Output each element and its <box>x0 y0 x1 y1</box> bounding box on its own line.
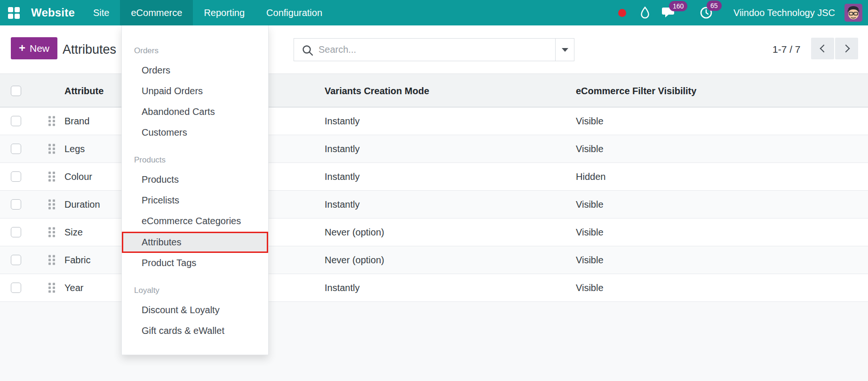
menu-section-loyalty: LoyaltyDiscount & LoyaltyGift cards & eW… <box>122 280 268 341</box>
menu-item-customers[interactable]: Customers <box>122 122 268 143</box>
ecommerce-filter-visibility-cell: Visible <box>576 191 604 219</box>
nav-menu-ecommerce[interactable]: eCommerce <box>120 0 193 25</box>
attribute-name-cell: Duration <box>64 191 100 219</box>
new-button-label: New <box>30 43 49 54</box>
systray: 160 65 Viindoo Technology JSC <box>618 4 868 22</box>
column-header-ecommerce-filter-visibility[interactable]: eCommerce Filter Visibility <box>576 74 696 108</box>
attribute-name-cell: Size <box>64 219 83 246</box>
attribute-name-cell: Brand <box>64 107 89 135</box>
search-icon <box>302 44 314 57</box>
menu-section-orders: OrdersOrdersUnpaid OrdersAbandoned Carts… <box>122 41 268 143</box>
menu-item-ecommerce-categories[interactable]: eCommerce Categories <box>122 211 268 232</box>
menu-section-title: Loyalty <box>122 280 268 300</box>
search-dropdown-toggle[interactable] <box>556 38 574 61</box>
ecommerce-filter-visibility-cell: Visible <box>576 107 604 135</box>
nav-menu-reporting[interactable]: Reporting <box>193 0 255 25</box>
menu-item-product-tags[interactable]: Product Tags <box>122 253 268 274</box>
record-indicator-icon[interactable] <box>618 9 626 17</box>
activities-menu[interactable]: 65 <box>700 6 713 19</box>
messages-menu[interactable]: 160 <box>662 7 676 19</box>
menu-section-title: Orders <box>122 41 268 60</box>
row-checkbox[interactable] <box>11 171 21 182</box>
activities-badge: 65 <box>707 0 722 11</box>
variants-creation-mode-cell: Instantly <box>325 163 359 191</box>
apps-grid-icon <box>8 7 20 19</box>
app-name[interactable]: Website <box>31 6 75 19</box>
nav-menu-configuration[interactable]: Configuration <box>255 0 333 25</box>
nav-menu-site[interactable]: Site <box>82 0 120 25</box>
page-title: Attributes <box>63 25 116 73</box>
row-checkbox[interactable] <box>11 116 21 126</box>
variants-creation-mode-cell: Never (option) <box>325 246 384 274</box>
ecommerce-filter-visibility-cell: Visible <box>576 219 604 246</box>
navbar: Website Site eCommerce Reporting Configu… <box>0 0 868 25</box>
row-checkbox[interactable] <box>11 227 21 237</box>
drag-handle-icon[interactable] <box>48 144 55 154</box>
chevron-right-icon <box>842 45 850 53</box>
search-group <box>294 38 574 61</box>
drag-handle-icon[interactable] <box>48 283 55 293</box>
menu-item-unpaid-orders[interactable]: Unpaid Orders <box>122 81 268 102</box>
column-header-variants-creation-mode[interactable]: Variants Creation Mode <box>325 74 429 108</box>
drag-handle-icon[interactable] <box>48 227 55 237</box>
attribute-name-cell: Year <box>64 274 83 302</box>
ecommerce-filter-visibility-cell: Visible <box>576 135 604 163</box>
caret-down-icon <box>562 48 568 52</box>
drag-handle-icon[interactable] <box>48 255 55 265</box>
row-checkbox[interactable] <box>11 283 21 293</box>
pager-text: 1-7 / 7 <box>772 25 801 73</box>
menu-item-pricelists[interactable]: Pricelists <box>122 190 268 211</box>
pager-previous-button[interactable] <box>811 38 834 59</box>
plus-icon: + <box>19 42 25 54</box>
row-checkbox[interactable] <box>11 144 21 154</box>
menu-item-products[interactable]: Products <box>122 170 268 190</box>
menu-item-gift-cards-ewallet[interactable]: Gift cards & eWallet <box>122 321 268 341</box>
new-button[interactable]: + New <box>11 37 57 59</box>
menu-item-orders[interactable]: Orders <box>122 60 268 81</box>
droplet-icon[interactable] <box>640 6 650 19</box>
chevron-left-icon <box>820 45 828 53</box>
drag-handle-icon[interactable] <box>48 116 55 126</box>
variants-creation-mode-cell: Instantly <box>325 191 359 219</box>
avatar-image <box>844 4 862 22</box>
variants-creation-mode-cell: Never (option) <box>325 219 384 246</box>
menu-item-abandoned-carts[interactable]: Abandoned Carts <box>122 102 268 122</box>
ecommerce-dropdown-menu: OrdersOrdersUnpaid OrdersAbandoned Carts… <box>121 25 269 355</box>
menu-section-title: Products <box>122 150 268 170</box>
ecommerce-filter-visibility-cell: Visible <box>576 246 604 274</box>
row-checkbox[interactable] <box>11 199 21 210</box>
menu-item-discount-loyalty[interactable]: Discount & Loyalty <box>122 300 268 321</box>
user-company-menu[interactable]: Viindoo Technology JSC <box>733 8 835 18</box>
search-box <box>294 38 556 61</box>
drag-handle-icon[interactable] <box>48 200 55 210</box>
user-avatar[interactable] <box>844 4 862 22</box>
ecommerce-filter-visibility-cell: Visible <box>576 274 604 302</box>
messages-badge: 160 <box>669 1 687 11</box>
menu-item-attributes[interactable]: Attributes <box>122 232 268 253</box>
attribute-name-cell: Fabric <box>64 246 91 274</box>
search-input[interactable] <box>294 39 555 61</box>
variants-creation-mode-cell: Instantly <box>325 274 359 302</box>
attribute-name-cell: Colour <box>64 163 92 191</box>
pager-next-button[interactable] <box>835 38 858 59</box>
row-checkbox[interactable] <box>11 255 21 265</box>
ecommerce-filter-visibility-cell: Hidden <box>576 163 605 191</box>
variants-creation-mode-cell: Instantly <box>325 135 359 163</box>
menu-section-products: ProductsProductsPricelistseCommerce Cate… <box>122 150 268 274</box>
column-header-attribute[interactable]: Attribute <box>64 74 104 108</box>
droplet-icon-svg <box>640 6 650 19</box>
drag-handle-icon[interactable] <box>48 172 55 182</box>
apps-menu-button[interactable] <box>0 0 27 25</box>
attribute-name-cell: Legs <box>64 135 85 163</box>
select-all-checkbox[interactable] <box>11 86 21 96</box>
variants-creation-mode-cell: Instantly <box>325 107 359 135</box>
